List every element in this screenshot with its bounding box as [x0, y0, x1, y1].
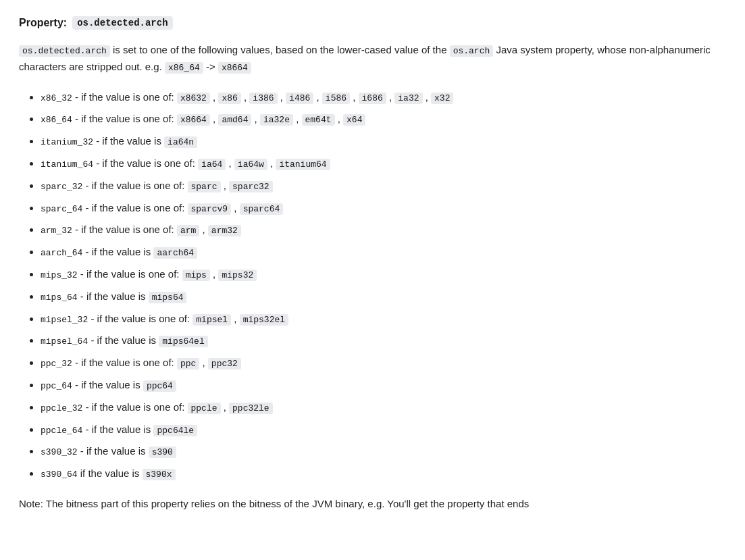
- arch-list: x86_32 - if the value is one of: x8632 ,…: [19, 89, 726, 482]
- arch-prop: s390_32: [41, 447, 78, 457]
- arch-value: aarch64: [153, 247, 197, 259]
- arch-prop: ppc_32: [41, 359, 72, 369]
- desc-code-3: x86_64: [165, 62, 203, 74]
- arch-prop: mipsel_64: [41, 336, 88, 347]
- arch-value: s390: [149, 447, 176, 458]
- arch-condition: - if the value is: [91, 334, 159, 346]
- arch-value: itanium64: [276, 159, 330, 170]
- note-text-1: Note: The bitness part of this property …: [19, 498, 529, 509]
- arch-value: arm32: [208, 225, 241, 236]
- desc-text-3: ->: [206, 61, 218, 72]
- arch-value: i486: [286, 93, 313, 104]
- arch-prop: ppc_64: [41, 381, 72, 391]
- arch-value: mips32: [218, 270, 257, 281]
- arch-value: ia64: [198, 159, 226, 170]
- arch-value: sparc: [188, 181, 221, 193]
- arch-value: ppc: [177, 358, 199, 370]
- arch-value: sparcv9: [188, 203, 232, 215]
- arch-condition: - if the value is one of:: [86, 180, 188, 191]
- page-container: Property: os.detected.arch os.detected.a…: [19, 16, 726, 512]
- property-title-row: Property: os.detected.arch: [19, 16, 726, 30]
- list-item: mipsel_32 - if the value is one of: mips…: [41, 311, 726, 328]
- arch-condition: - if the value is one of:: [86, 401, 188, 413]
- arch-value: ppc64le: [153, 425, 197, 436]
- arch-value: ppc64: [143, 380, 176, 392]
- arch-value: ia64w: [234, 159, 267, 170]
- list-item: sparc_32 - if the value is one of: sparc…: [41, 178, 726, 195]
- list-item: ppc_64 - if the value is ppc64: [41, 377, 726, 394]
- arch-prop: s390_64: [41, 469, 78, 480]
- arch-condition: - if the value is: [86, 246, 154, 257]
- list-item: arm_32 - if the value is one of: arm , a…: [41, 222, 726, 238]
- arch-condition: - if the value is one of:: [75, 91, 177, 103]
- arch-value: em64t: [302, 114, 335, 126]
- list-item: mips_64 - if the value is mips64: [41, 288, 726, 305]
- arch-condition: if the value is: [80, 467, 143, 479]
- arch-value: mips64el: [159, 336, 207, 347]
- arch-condition: - if the value is one of:: [91, 313, 192, 324]
- arch-value: x32: [431, 93, 453, 104]
- list-item: mipsel_64 - if the value is mips64el: [41, 332, 726, 349]
- arch-value: x86: [218, 93, 240, 104]
- list-item: ppc_32 - if the value is one of: ppc , p…: [41, 355, 726, 372]
- list-item: sparc_64 - if the value is one of: sparc…: [41, 200, 726, 217]
- arch-value: mips: [182, 270, 210, 281]
- arch-prop: sparc_64: [41, 204, 82, 214]
- arch-value: i586: [322, 93, 350, 104]
- list-item: aarch_64 - if the value is aarch64: [41, 244, 726, 261]
- arch-value: ppc32le: [229, 403, 273, 414]
- list-item: s390_32 - if the value is s390: [41, 443, 726, 460]
- arch-prop: itanium_64: [41, 159, 93, 170]
- arch-condition: - if the value is one of:: [80, 268, 182, 280]
- arch-value: s390x: [143, 469, 176, 480]
- arch-condition: - if the value is: [80, 445, 149, 457]
- arch-condition: - if the value is: [86, 424, 154, 435]
- note-paragraph: Note: The bitness part of this property …: [19, 496, 726, 512]
- list-item: x86_32 - if the value is one of: x8632 ,…: [41, 89, 726, 106]
- list-item: ppcle_32 - if the value is one of: ppcle…: [41, 399, 726, 416]
- arch-condition: - if the value is one of:: [75, 224, 177, 235]
- arch-value: x64: [343, 114, 365, 126]
- arch-prop: arm_32: [41, 226, 72, 236]
- desc-code-1: os.detected.arch: [19, 45, 110, 57]
- arch-value: i386: [249, 93, 277, 104]
- arch-prop: mips_64: [41, 292, 78, 303]
- arch-value: i686: [359, 93, 386, 104]
- list-item: s390_64 if the value is s390x: [41, 465, 726, 482]
- list-item: mips_32 - if the value is one of: mips ,…: [41, 266, 726, 283]
- arch-value: ia32: [394, 93, 422, 104]
- arch-prop: itanium_32: [41, 137, 93, 147]
- list-item: itanium_32 - if the value is ia64n: [41, 133, 726, 150]
- desc-code-2: os.arch: [450, 45, 494, 57]
- description-paragraph: os.detected.arch is set to one of the fo…: [19, 42, 726, 76]
- arch-value: ppcle: [188, 403, 221, 414]
- arch-value: arm: [177, 225, 199, 236]
- arch-condition: - if the value is one of:: [86, 202, 188, 213]
- arch-condition: - if the value is one of:: [96, 157, 198, 169]
- arch-prop: sparc_32: [41, 182, 82, 192]
- arch-value: mipsel: [192, 314, 231, 326]
- arch-value: x8664: [177, 114, 210, 126]
- arch-value: sparc64: [240, 203, 284, 215]
- arch-condition: - if the value is: [96, 135, 164, 147]
- arch-value: x8632: [177, 93, 210, 104]
- arch-prop: ppcle_64: [41, 426, 82, 436]
- arch-value: mips32el: [240, 314, 288, 326]
- arch-prop: x86_64: [41, 115, 72, 125]
- arch-prop: aarch_64: [41, 248, 82, 258]
- property-label: Property:: [19, 17, 67, 29]
- arch-condition: - if the value is: [75, 379, 143, 390]
- arch-prop: ppcle_32: [41, 403, 82, 413]
- arch-value: ia64n: [164, 136, 197, 148]
- arch-value: amd64: [218, 114, 251, 126]
- arch-condition: - if the value is one of:: [75, 357, 177, 368]
- arch-prop: mipsel_32: [41, 315, 88, 325]
- arch-value: ppc32: [208, 358, 241, 370]
- arch-value: mips64: [149, 292, 187, 303]
- list-item: itanium_64 - if the value is one of: ia6…: [41, 155, 726, 172]
- arch-condition: - if the value is one of:: [75, 113, 177, 124]
- arch-value: ia32e: [260, 114, 293, 126]
- list-item: ppcle_64 - if the value is ppc64le: [41, 422, 726, 438]
- arch-condition: - if the value is: [80, 290, 149, 302]
- desc-text-1: is set to one of the following values, b…: [113, 44, 450, 55]
